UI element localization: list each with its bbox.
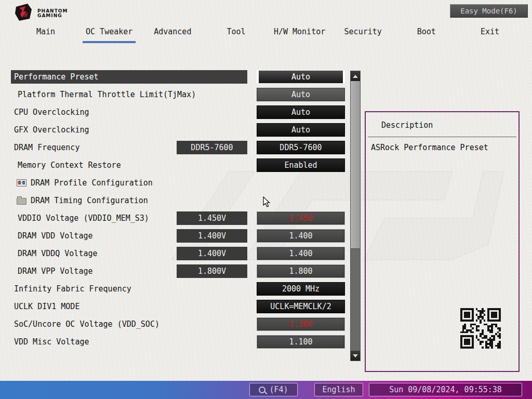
setting-row-left: DRAM Frequency DDR5-7600 (11, 141, 247, 154)
setting-row[interactable]: Platform Thermal Throttle Limit(TjMax) A… (11, 86, 345, 103)
setting-row[interactable]: DRAM VDDQ Voltage 1.400V 1.400 (11, 245, 345, 262)
setting-label: Infinity Fabric Frequency (11, 284, 131, 294)
setting-row[interactable]: UCLK DIV1 MODE UCLK=MEMCLK/2 (11, 298, 345, 315)
setting-row[interactable]: SoC/Uncore OC Voltage (VDD_SOC) 1.300 (11, 315, 345, 333)
search-icon (259, 387, 265, 393)
phantom-gaming-logo (13, 3, 34, 23)
setting-row[interactable]: VDD Misc Voltage 1.100 (11, 333, 345, 351)
setting-row[interactable]: Performance Preset Auto (11, 68, 345, 86)
setting-value-slot: 1.800 (257, 264, 345, 278)
setting-value-button[interactable]: 1.400 (257, 229, 345, 243)
setting-row-left: DRAM VDDQ Voltage 1.400V (11, 247, 247, 260)
description-title: Description (381, 121, 518, 130)
setting-value-slot: Auto (257, 88, 345, 101)
scrollbar-thumb[interactable] (351, 81, 360, 249)
easy-mode-button[interactable]: Easy Mode(F6) (450, 4, 528, 18)
setting-label: VDDIO Voltage (VDDIO_MEM_S3) (11, 214, 149, 223)
arrow-up-icon (353, 75, 358, 78)
tab-tool[interactable]: Tool (204, 27, 268, 43)
tab-main[interactable]: Main (14, 27, 77, 43)
setting-value-slot: 2000 MHz (257, 282, 345, 296)
setting-row[interactable]: GFX Overclocking Auto (11, 121, 345, 139)
settings-list: Performance Preset Auto Platform Thermal… (11, 68, 345, 351)
tab-label: Exit (477, 27, 502, 41)
setting-row-left: VDDIO Voltage (VDDIO_MEM_S3) 1.450V (11, 211, 247, 225)
setting-value-button[interactable]: 1.400 (257, 247, 345, 260)
setting-label: Memory Context Restore (11, 161, 121, 170)
scrollbar[interactable] (350, 71, 361, 361)
setting-row-left: UCLK DIV1 MODE (11, 300, 247, 313)
setting-value-button[interactable]: Auto (257, 70, 345, 84)
datetime-button[interactable]: Sun 09/08/2024, 09:55:38 (369, 383, 522, 396)
setting-value-slot: Auto (257, 123, 345, 137)
setting-value-slot: Auto (257, 105, 345, 119)
setting-left-value: 1.800V (177, 264, 247, 278)
setting-value-button[interactable]: 1.100 (257, 335, 345, 349)
description-panel: Description ASRock Performance Preset (365, 111, 520, 372)
setting-row[interactable]: DRAM VDD Voltage 1.400V 1.400 (11, 227, 345, 245)
tab-h-w-monitor[interactable]: H/W Monitor (268, 27, 331, 43)
language-button[interactable]: English (314, 383, 363, 396)
brand-line2: GAMING (37, 14, 68, 18)
setting-row-left: CPU Overclocking (11, 105, 247, 119)
setting-value-slot: 1.400 (257, 247, 345, 260)
setting-row[interactable]: DRAM VPP Voltage 1.800V 1.800 (11, 262, 345, 280)
tab-security[interactable]: Security (331, 27, 395, 43)
setting-row-left: DRAM Profile Configuration (11, 176, 247, 190)
setting-label: DRAM VDDQ Voltage (11, 249, 98, 258)
setting-value-button[interactable]: 1.300 (257, 317, 345, 331)
setting-label: DRAM VPP Voltage (11, 267, 93, 276)
tab-exit[interactable]: Exit (458, 27, 522, 43)
tab-bar: MainOC TweakerAdvancedToolH/W MonitorSec… (14, 27, 522, 43)
setting-row[interactable]: Memory Context Restore Enabled (11, 156, 345, 174)
spd-table-icon (17, 179, 26, 187)
setting-row[interactable]: DRAM Profile Configuration (11, 174, 345, 192)
brand-text: PHANTOM GAMING (37, 9, 68, 18)
scroll-down-button[interactable] (351, 351, 360, 361)
setting-row[interactable]: CPU Overclocking Auto (11, 103, 345, 121)
description-divider (368, 137, 516, 137)
setting-row-left: DRAM VDD Voltage 1.400V (11, 229, 247, 243)
setting-label: SoC/Uncore OC Voltage (VDD_SOC) (11, 320, 159, 329)
search-button[interactable]: (F4) (249, 383, 298, 396)
setting-value-button[interactable]: DDR5-7600 (257, 141, 345, 154)
tab-advanced[interactable]: Advanced (141, 27, 204, 43)
brand: PHANTOM GAMING (13, 3, 68, 23)
setting-value-button[interactable]: UCLK=MEMCLK/2 (257, 300, 345, 313)
tab-label: Main (33, 27, 58, 41)
setting-value-slot: Enabled (257, 158, 345, 172)
setting-value-button[interactable]: Auto (257, 105, 345, 119)
setting-row-left: GFX Overclocking (11, 123, 247, 137)
tab-label: OC Tweaker (83, 27, 136, 43)
setting-value-slot: DDR5-7600 (257, 141, 345, 154)
tab-label: Advanced (151, 27, 194, 41)
setting-value-button[interactable]: 1.450 (257, 211, 345, 225)
qr-code (460, 308, 501, 349)
setting-row-left: DRAM VPP Voltage 1.800V (11, 264, 247, 278)
setting-left-value: 1.400V (177, 247, 247, 260)
footer-bar: (F4) English Sun 09/08/2024, 09:55:38 (0, 381, 532, 399)
setting-row[interactable]: DRAM Frequency DDR5-7600 DDR5-7600 (11, 139, 345, 156)
setting-value-slot: 1.450 (257, 211, 345, 225)
setting-row-left: Infinity Fabric Frequency (11, 282, 247, 296)
setting-row-left: Performance Preset (11, 70, 247, 84)
setting-label: Platform Thermal Throttle Limit(TjMax) (11, 90, 196, 99)
scroll-up-button[interactable] (351, 71, 360, 81)
setting-label: DRAM Frequency (11, 143, 79, 152)
setting-value-button[interactable]: Auto (257, 88, 345, 101)
setting-value-button[interactable]: 2000 MHz (257, 282, 345, 296)
setting-value-button[interactable]: Auto (257, 123, 345, 137)
setting-row[interactable]: DRAM Timing Configuration (11, 192, 345, 209)
setting-row-left: VDD Misc Voltage (11, 335, 247, 349)
setting-row[interactable]: Infinity Fabric Frequency 2000 MHz (11, 280, 345, 298)
setting-value-button[interactable]: Enabled (257, 158, 345, 172)
setting-row-left: SoC/Uncore OC Voltage (VDD_SOC) (11, 317, 247, 331)
setting-value-button[interactable]: 1.800 (257, 264, 345, 278)
tab-oc-tweaker[interactable]: OC Tweaker (77, 27, 141, 43)
setting-row-left: Platform Thermal Throttle Limit(TjMax) (11, 88, 247, 101)
setting-left-value: 1.400V (177, 229, 247, 243)
setting-row[interactable]: VDDIO Voltage (VDDIO_MEM_S3) 1.450V 1.45… (11, 209, 345, 227)
tab-boot[interactable]: Boot (395, 27, 458, 43)
tab-label: Tool (223, 27, 248, 41)
setting-value-slot: 1.100 (257, 335, 345, 349)
